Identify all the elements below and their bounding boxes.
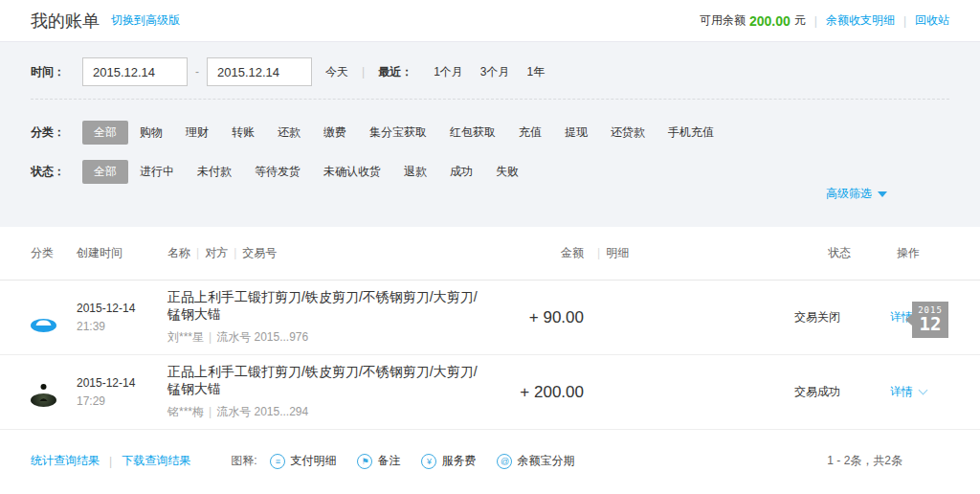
table-header: 分类 创建时间 名称|对方|交易号 金额 |明细 状态 操作 (0, 227, 980, 281)
divider: | (204, 330, 216, 344)
header-amount: 金额 (483, 245, 584, 261)
legend-label: 图释: (231, 453, 256, 469)
category-chip-utilities[interactable]: 缴费 (312, 121, 358, 145)
legend-service-fee: ¥ 服务费 (421, 453, 476, 469)
page-title: 我的账单 (31, 10, 100, 33)
page-header: 我的账单 切换到高级版 可用余额 200.00 元 | 余额收支明细 | 回收站 (0, 0, 980, 42)
status-label: 状态： (31, 164, 82, 180)
stats-result-link[interactable]: 统计查询结果 (31, 453, 100, 469)
status-chip-unpaid[interactable]: 未付款 (186, 160, 243, 184)
date-to-input[interactable] (207, 57, 312, 86)
status-chip-refund[interactable]: 退款 (392, 160, 438, 184)
person-photo-icon (31, 393, 56, 404)
category-chip-repayment[interactable]: 还款 (266, 121, 312, 145)
divider: | (228, 246, 242, 259)
divider: | (903, 14, 906, 28)
row-status: 交易关闭 (584, 309, 865, 326)
row-status: 交易成功 (584, 384, 865, 400)
chevron-down-icon (919, 386, 928, 395)
service-fee-yuan-icon: ¥ (421, 454, 436, 469)
download-result-link[interactable]: 下载查询结果 (122, 453, 190, 469)
divider: | (591, 246, 606, 259)
date-from-input[interactable] (82, 57, 188, 86)
row-detail-label: 详情 (890, 385, 913, 398)
table-row: 2015-12-14 17:29 正品上利手工锻打剪刀/铁皮剪刀/不锈钢剪刀/大… (0, 355, 980, 430)
recycle-bin-link[interactable]: 回收站 (915, 12, 949, 29)
today-link[interactable]: 今天 (325, 64, 348, 80)
category-chip-shopping[interactable]: 购物 (128, 121, 174, 145)
row-date: 2015-12-14 (77, 376, 167, 390)
recent-3month-link[interactable]: 3个月 (480, 64, 510, 80)
header-created: 创建时间 (77, 245, 167, 261)
divider: | (109, 455, 112, 468)
filter-panel: 时间： - 今天 | 最近： 1个月 3个月 1年 分类： 全部 购物 理财 转… (0, 42, 980, 227)
status-chip-all[interactable]: 全部 (82, 160, 128, 184)
row-name-cell: 正品上利手工锻打剪刀/铁皮剪刀/不锈钢剪刀/大剪刀/锰钢大锚 刘***星|流水号… (167, 289, 483, 346)
triangle-down-icon (878, 191, 887, 197)
legend-payment-detail: ≡ 支付明细 (270, 453, 336, 469)
header-name: 名称 (167, 246, 190, 259)
advanced-filter-label: 高级筛选 (826, 186, 872, 202)
status-chip-unconfirmed[interactable]: 未确认收货 (312, 160, 392, 184)
row-created-cell: 2015-12-14 21:39 (77, 302, 167, 333)
balance-label: 可用余额 (700, 12, 746, 29)
row-subtitle: 刘***星|流水号 2015...976 (167, 329, 483, 346)
row-counterparty: 铭***梅 (167, 405, 204, 418)
note-flag-icon: ⚑ (357, 454, 372, 469)
buyer-avatar (31, 319, 56, 332)
row-date: 2015-12-14 (77, 302, 167, 315)
row-category-cell (31, 303, 77, 332)
category-chip-jifenbao[interactable]: 集分宝获取 (358, 121, 438, 145)
row-serial: 流水号 2015...294 (216, 405, 308, 418)
recent-1month-link[interactable]: 1个月 (434, 64, 463, 80)
divider: | (362, 65, 365, 79)
category-chip-topup[interactable]: 充值 (507, 121, 553, 145)
recent-label: 最近： (378, 64, 412, 80)
status-chip-toship[interactable]: 等待发货 (243, 160, 312, 184)
header-detail-label: 明细 (606, 246, 629, 259)
header-category: 分类 (31, 245, 77, 261)
category-chip-redpacket[interactable]: 红包获取 (438, 121, 507, 145)
category-chip-mobile[interactable]: 手机充值 (657, 121, 725, 145)
table-row: 2015-12-14 21:39 正品上利手工锻打剪刀/铁皮剪刀/不锈钢剪刀/大… (0, 281, 980, 355)
category-chip-transfer[interactable]: 转账 (220, 121, 266, 145)
header-detail: |明细 (591, 245, 629, 261)
category-label: 分类： (31, 124, 82, 141)
advanced-filter-link[interactable]: 高级筛选 (826, 186, 887, 202)
row-amount: + 200.00 (483, 383, 584, 402)
dotted-separator (31, 99, 949, 100)
badge-month: 12 (912, 315, 948, 332)
person-icon (31, 319, 56, 329)
row-subtitle: 铭***梅|流水号 2015...294 (167, 404, 483, 420)
status-chip-success[interactable]: 成功 (438, 160, 484, 184)
date-range-separator: - (195, 65, 199, 79)
category-chip-withdraw[interactable]: 提现 (553, 121, 599, 145)
row-counterparty: 刘***星 (167, 330, 204, 344)
legend-note-label: 备注 (377, 453, 400, 469)
recent-1year-link[interactable]: 1年 (527, 64, 546, 80)
legend-service-fee-label: 服务费 (441, 453, 476, 469)
legend-yuebao-installment: @ 余额宝分期 (497, 453, 574, 469)
category-filter-row: 分类： 全部 购物 理财 转账 还款 缴费 集分宝获取 红包获取 充值 提现 还… (31, 121, 949, 145)
category-chip-finance[interactable]: 理财 (174, 121, 220, 145)
row-detail-link[interactable]: 详情 (865, 384, 980, 400)
category-chip-all[interactable]: 全部 (82, 121, 128, 145)
payment-detail-icon: ≡ (270, 454, 285, 469)
header-txn: 交易号 (242, 246, 277, 259)
switch-to-advanced-link[interactable]: 切换到高级版 (111, 12, 180, 29)
row-created-cell: 2015-12-14 17:29 (77, 376, 167, 408)
pagination-summary: 1 - 2条，共2条 (827, 453, 902, 469)
scroll-date-badge: 2015 12 (912, 302, 948, 338)
row-amount: + 90.00 (483, 308, 584, 327)
header-detail-status: |明细 状态 (584, 245, 865, 261)
header-balance-area: 可用余额 200.00 元 | 余额收支明细 | 回收站 (700, 12, 949, 29)
header-name-party-txn: 名称|对方|交易号 (167, 245, 483, 261)
status-chip-failed[interactable]: 失败 (484, 160, 530, 184)
divider: | (190, 246, 205, 259)
balance-unit: 元 (794, 12, 806, 29)
row-name-cell: 正品上利手工锻打剪刀/铁皮剪刀/不锈钢剪刀/大剪刀/锰钢大锚 铭***梅|流水号… (167, 364, 483, 420)
status-chip-inprogress[interactable]: 进行中 (128, 160, 186, 184)
category-chip-loan[interactable]: 还贷款 (599, 121, 657, 145)
status-filter-row: 状态： 全部 进行中 未付款 等待发货 未确认收货 退款 成功 失败 (31, 160, 949, 184)
balance-detail-link[interactable]: 余额收支明细 (826, 12, 895, 29)
